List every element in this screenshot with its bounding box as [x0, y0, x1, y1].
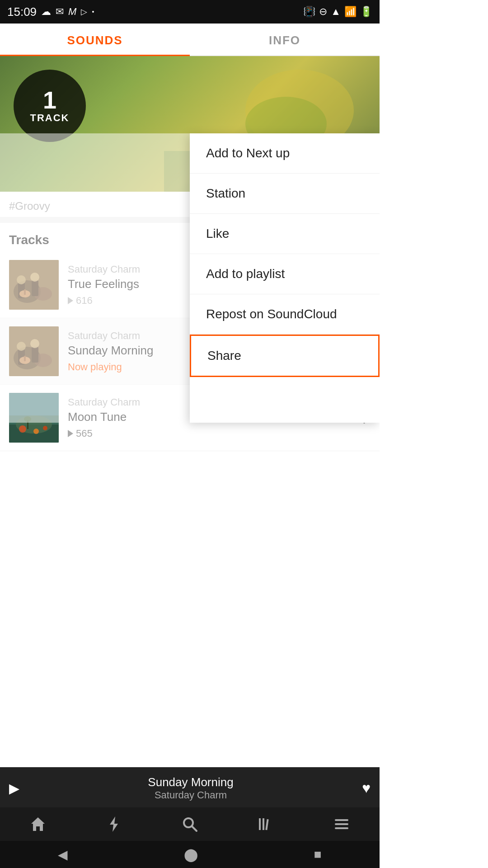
medium-icon: M	[68, 6, 76, 18]
svg-rect-41	[265, 819, 268, 830]
gmail-icon: ✉	[56, 6, 64, 18]
wifi-icon: ▲	[331, 6, 341, 18]
svg-marker-35	[31, 817, 45, 831]
home-icon	[29, 816, 47, 833]
svg-rect-44	[335, 827, 348, 829]
bottom-nav	[0, 807, 380, 841]
track-badge: 1 TRACK	[14, 70, 86, 142]
track-count: 1	[43, 88, 56, 112]
dot-icon: •	[92, 8, 94, 15]
nav-home[interactable]	[29, 816, 47, 833]
battery-icon: 🔋	[360, 6, 372, 18]
now-playing-info: Sunday Morning Saturday Charm	[28, 775, 353, 801]
status-left: 15:09 ☁ ✉ M ▷ •	[7, 5, 94, 19]
library-icon	[257, 816, 274, 833]
system-nav: ◀ ⬤ ■	[0, 841, 380, 868]
np-song-title: Sunday Morning	[28, 775, 353, 789]
svg-rect-40	[263, 818, 264, 830]
nav-search[interactable]	[181, 816, 198, 833]
svg-point-32	[43, 426, 47, 430]
arrow-icon: ▷	[81, 7, 87, 17]
spacer	[0, 451, 380, 551]
svg-rect-39	[259, 818, 261, 830]
vibrate-icon: 📳	[303, 6, 315, 18]
np-artist-name: Saturday Charm	[28, 789, 353, 801]
context-add-playlist[interactable]: Add to playlist	[190, 254, 380, 294]
svg-rect-42	[335, 819, 348, 821]
nav-menu[interactable]	[333, 816, 350, 833]
play-count-3: 565	[76, 428, 93, 439]
status-time: 15:09	[7, 5, 37, 19]
context-menu: Add to Next up Station Like Add to playl…	[190, 133, 380, 423]
tab-sounds[interactable]: SOUNDS	[0, 24, 190, 56]
svg-rect-43	[335, 823, 348, 825]
dim-overlay	[0, 133, 190, 423]
lightning-icon	[105, 816, 122, 833]
svg-marker-36	[110, 816, 118, 832]
track-plays-3: 565	[68, 428, 371, 439]
now-playing-bar[interactable]: ▶ Sunday Morning Saturday Charm ♥	[0, 767, 380, 809]
home-button[interactable]: ⬤	[184, 847, 198, 862]
recent-button[interactable]: ■	[314, 847, 322, 862]
svg-point-31	[33, 429, 39, 434]
back-button[interactable]: ◀	[58, 847, 68, 862]
tab-info[interactable]: INFO	[190, 24, 380, 55]
like-button[interactable]: ♥	[362, 780, 371, 797]
context-like[interactable]: Like	[190, 214, 380, 254]
track-label: TRACK	[30, 112, 70, 124]
nav-activity[interactable]	[105, 816, 122, 833]
svg-point-30	[19, 425, 26, 433]
context-add-next-up[interactable]: Add to Next up	[190, 133, 380, 174]
play-button[interactable]: ▶	[9, 780, 19, 796]
tabs: SOUNDS INFO	[0, 24, 380, 56]
signal-icon: 📶	[344, 6, 357, 18]
dnd-icon: ⊖	[319, 6, 327, 18]
nav-library[interactable]	[257, 816, 274, 833]
soundcloud-icon: ☁	[41, 6, 51, 18]
svg-line-38	[192, 826, 197, 831]
context-repost[interactable]: Repost on SoundCloud	[190, 294, 380, 335]
context-share[interactable]: Share	[190, 335, 380, 377]
context-station[interactable]: Station	[190, 174, 380, 214]
status-bar: 15:09 ☁ ✉ M ▷ • 📳 ⊖ ▲ 📶 🔋	[0, 0, 380, 24]
status-right: 📳 ⊖ ▲ 📶 🔋	[303, 6, 372, 18]
menu-icon	[333, 816, 350, 833]
search-icon	[181, 816, 198, 833]
play-triangle-3	[68, 430, 73, 437]
